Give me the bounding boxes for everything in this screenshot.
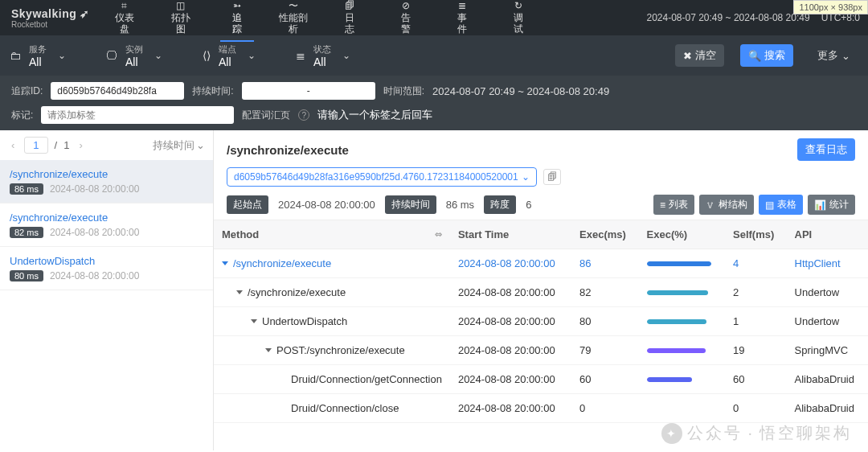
brand-sub: Rocketbot bbox=[11, 20, 90, 29]
trace-id-select[interactable]: d6059b57646d49b28fa316e9590bf25d.4760.17… bbox=[227, 167, 537, 187]
caret-icon[interactable] bbox=[251, 319, 257, 323]
time-range[interactable]: 2024-08-07 20:49 ~ 2024-08-08 20:49 bbox=[646, 12, 809, 23]
caret-icon[interactable] bbox=[265, 348, 272, 352]
viewport-chip: 1100px × 938px bbox=[793, 0, 868, 14]
view-stat-button[interactable]: 📊统计 bbox=[808, 195, 855, 215]
filter-instance[interactable]: 🖵 实例All ⌄ bbox=[106, 43, 186, 68]
view-tree-button[interactable]: 🜉树结构 bbox=[699, 195, 754, 215]
page-total: 1 bbox=[63, 139, 69, 151]
page-number[interactable]: 1 bbox=[24, 137, 47, 154]
nav-item-2[interactable]: ➳追踪 bbox=[220, 0, 254, 35]
endpoint-icon: ⟨⟩ bbox=[203, 49, 211, 62]
nav-item-6[interactable]: ≣事件 bbox=[445, 0, 479, 35]
range-label: 时间范围: bbox=[383, 84, 424, 98]
copy-icon[interactable]: 🗐 bbox=[543, 169, 561, 185]
next-page[interactable]: › bbox=[76, 138, 85, 153]
nav-icon: ◫ bbox=[176, 0, 185, 11]
col-self: Self(ms) bbox=[725, 220, 787, 249]
chevron-down-icon: ⌄ bbox=[522, 171, 530, 183]
span-row[interactable]: Druid/Connection/close2024-08-08 20:00:0… bbox=[214, 394, 868, 423]
exec-bar bbox=[647, 348, 711, 353]
col-start: Start Time bbox=[450, 220, 571, 249]
exec-bar bbox=[647, 290, 711, 295]
span-row[interactable]: /synchronize/execute2024-08-08 20:00:008… bbox=[214, 249, 868, 278]
exec-bar bbox=[647, 406, 711, 411]
span-row[interactable]: UndertowDispatch2024-08-08 20:00:00801Un… bbox=[214, 307, 868, 336]
view-list-button[interactable]: ≡列表 bbox=[653, 195, 694, 215]
nav-item-3[interactable]: 〜性能剖析 bbox=[276, 0, 310, 35]
duration-pill: 持续时间 bbox=[385, 195, 436, 214]
traceid-label: 追踪ID: bbox=[11, 84, 43, 98]
span-row[interactable]: /synchronize/execute2024-08-08 20:00:008… bbox=[214, 278, 868, 307]
start-pill: 起始点 bbox=[227, 195, 268, 214]
nav-icon: ↻ bbox=[514, 0, 522, 11]
exec-bar bbox=[647, 319, 711, 324]
nav-icon: 〜 bbox=[289, 0, 298, 11]
start-value: 2024-08-08 20:00:00 bbox=[278, 199, 375, 211]
tag-label: 标记: bbox=[11, 109, 33, 122]
nav-item-0[interactable]: ⌗仪表盘 bbox=[108, 0, 141, 35]
chevron-down-icon: ⌄ bbox=[841, 50, 850, 62]
span-row[interactable]: POST:/synchronize/execute2024-08-08 20:0… bbox=[214, 336, 868, 365]
exec-bar bbox=[647, 377, 711, 382]
exec-bar bbox=[647, 261, 711, 266]
nav-item-5[interactable]: ⊘告警 bbox=[389, 0, 423, 35]
duration-badge: 82 ms bbox=[10, 227, 43, 238]
nav-item-7[interactable]: ↻调试 bbox=[502, 0, 535, 35]
col-method: Method bbox=[222, 228, 259, 240]
trace-list-item[interactable]: UndertowDispatch80 ms2024-08-08 20:00:00 bbox=[0, 247, 213, 290]
stat-icon: 📊 bbox=[814, 199, 826, 211]
resize-handle[interactable]: ⇔ bbox=[435, 229, 442, 240]
filter-status[interactable]: ≣ 状态All ⌄ bbox=[296, 43, 375, 68]
chevron-down-icon: ⌄ bbox=[55, 50, 90, 61]
traceid-input[interactable] bbox=[51, 82, 184, 100]
caret-icon[interactable] bbox=[222, 261, 228, 265]
col-api: API bbox=[787, 220, 868, 249]
trace-list-item[interactable]: /synchronize/execute82 ms2024-08-08 20:0… bbox=[0, 203, 213, 247]
nav-item-1[interactable]: ◫拓扑图 bbox=[164, 0, 198, 35]
filter-service[interactable]: 🗀 服务All ⌄ bbox=[10, 43, 90, 68]
col-exec: Exec(ms) bbox=[571, 220, 639, 249]
chevron-down-icon: ⌄ bbox=[244, 50, 280, 61]
range-value: 2024-08-07 20:49 ~ 2024-08-08 20:49 bbox=[432, 85, 609, 97]
sort-select[interactable]: 持续时间 ⌄ bbox=[153, 138, 205, 153]
nav-icon: 🗐 bbox=[345, 0, 354, 11]
chevron-down-icon: ⌄ bbox=[339, 50, 375, 61]
table-icon: ▤ bbox=[765, 199, 774, 211]
filter-endpoint[interactable]: ⟨⟩ 端点All ⌄ bbox=[203, 43, 280, 68]
nav-icon: ≣ bbox=[458, 0, 466, 11]
chevron-down-icon: ⌄ bbox=[196, 139, 205, 151]
list-icon: ≡ bbox=[660, 199, 665, 211]
tag-input[interactable] bbox=[41, 106, 234, 124]
search-button[interactable]: 🔍搜索 bbox=[740, 44, 793, 67]
duration-value: 86 ms bbox=[446, 199, 474, 211]
duration-label: 持续时间: bbox=[192, 84, 233, 98]
trace-title: /synchronize/execute bbox=[227, 143, 349, 157]
span-row[interactable]: Druid/Connection/getConnection2024-08-08… bbox=[214, 365, 868, 394]
nav-item-4[interactable]: 🗐日志 bbox=[333, 0, 366, 35]
brand-icon: ➶ bbox=[80, 7, 90, 20]
brand-name: Skywalking bbox=[11, 7, 76, 20]
col-execpct: Exec(%) bbox=[639, 220, 725, 249]
instance-icon: 🖵 bbox=[106, 49, 117, 62]
prev-page[interactable]: ‹ bbox=[8, 138, 18, 153]
nav-icon: ⌗ bbox=[121, 0, 127, 11]
logo: Skywalking➶ Rocketbot bbox=[0, 0, 101, 35]
chevron-down-icon: ⌄ bbox=[151, 50, 186, 61]
view-table-button[interactable]: ▤表格 bbox=[759, 195, 803, 215]
help-icon[interactable]: ? bbox=[298, 109, 309, 121]
vocab-link[interactable]: 配置词汇页 bbox=[242, 109, 290, 122]
caret-icon[interactable] bbox=[236, 290, 243, 294]
trace-list-item[interactable]: /synchronize/execute86 ms2024-08-08 20:0… bbox=[0, 160, 213, 203]
search-icon: 🔍 bbox=[748, 50, 761, 62]
more-button[interactable]: 更多 ⌄ bbox=[809, 44, 858, 67]
span-pill: 跨度 bbox=[484, 195, 516, 214]
clear-button[interactable]: ✖清空 bbox=[675, 44, 724, 67]
close-icon: ✖ bbox=[683, 50, 692, 62]
duration-input[interactable] bbox=[242, 82, 375, 100]
duration-badge: 86 ms bbox=[10, 183, 43, 195]
status-icon: ≣ bbox=[296, 49, 305, 62]
nav-icon: ➳ bbox=[233, 0, 241, 11]
view-logs-button[interactable]: 查看日志 bbox=[797, 138, 855, 161]
nav-icon: ⊘ bbox=[402, 0, 410, 11]
